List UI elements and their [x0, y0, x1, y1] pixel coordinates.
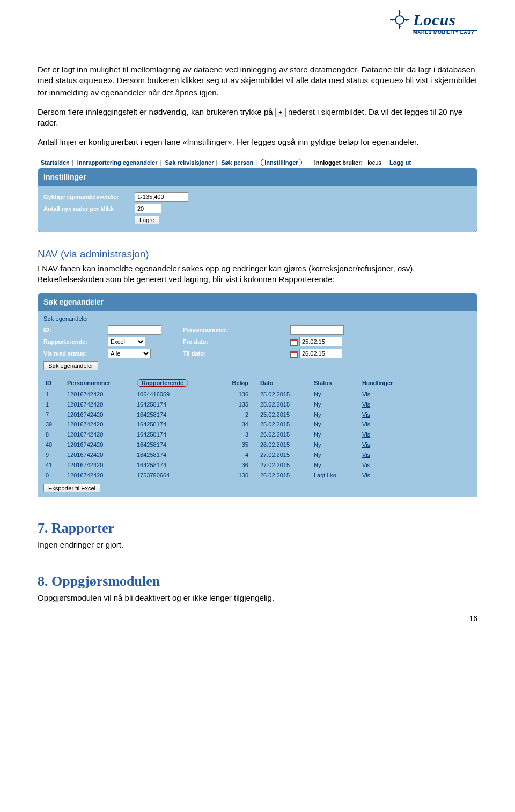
cell-belop: 136: [226, 389, 258, 399]
table-row: 812016742420164258174326.02.2015NyVis: [43, 430, 472, 440]
table-row: 012016742420175379066413526.02.2015Lagt …: [43, 470, 472, 481]
plus-icon: +: [275, 108, 286, 117]
cell-id: 0: [43, 470, 65, 481]
cell-belop: 135: [226, 470, 258, 481]
col-handlinger[interactable]: Handlinger: [360, 378, 472, 389]
cell-belop: 3: [226, 430, 258, 440]
svg-marker-7: [391, 19, 393, 21]
table-row: 41120167424201642581743627.02.2015NyVis: [43, 460, 472, 470]
vis-link[interactable]: Vis: [362, 472, 370, 478]
cell-action: Vis: [360, 440, 472, 450]
cell-id: 9: [43, 450, 65, 460]
select-vis-status[interactable]: Alle: [108, 349, 151, 358]
cell-pnr: 12016742420: [65, 470, 135, 481]
paragraph-rapporter: Ingen endringer er gjort.: [38, 540, 477, 550]
label-egenandelsverdier: Gyldige egenandelsverdier: [43, 193, 135, 201]
nav-sok-rekvisisjoner[interactable]: Søk rekvisisjoner: [165, 159, 214, 166]
sok-button[interactable]: Søk egenandeler: [43, 361, 98, 370]
cell-action: Vis: [360, 470, 472, 481]
panel-title-sok: Søk egenandeler: [38, 294, 477, 311]
table-row: 712016742420164258174225.02.2015NyVis: [43, 410, 472, 420]
lagre-button[interactable]: Lagre: [135, 216, 159, 224]
cell-pnr: 12016742420: [65, 450, 135, 460]
cell-pnr: 12016742420: [65, 400, 135, 410]
cell-id: 41: [43, 460, 65, 470]
cell-belop: 135: [226, 400, 258, 410]
cell-id: 8: [43, 430, 65, 440]
cell-dato: 27.02.2015: [258, 450, 312, 460]
col-pnr[interactable]: Personnummer: [65, 378, 135, 389]
label-antall-rader: Antall nye rader per klikk: [43, 205, 135, 213]
input-til-dato[interactable]: [299, 349, 342, 358]
logo-tagline: MAKES MOBILITY EASY: [413, 29, 477, 35]
paragraph-nav: I NAV-fanen kan innmeldte egenandeler sø…: [38, 263, 477, 285]
vis-link[interactable]: Vis: [362, 421, 370, 427]
select-rapporterende[interactable]: Excel: [108, 337, 145, 346]
paragraph-3: Antall linjer er konfigurerbart i egen f…: [38, 137, 477, 147]
cell-action: Vis: [360, 400, 472, 410]
nav-logout[interactable]: Logg ut: [389, 159, 411, 166]
heading-nav: NAV (via administrasjon): [38, 247, 477, 261]
calendar-icon[interactable]: [290, 351, 298, 358]
cell-id: 7: [43, 410, 65, 420]
input-id[interactable]: [108, 325, 161, 335]
cell-action: Vis: [360, 430, 472, 440]
nav-innstillinger[interactable]: Innstillinger: [261, 159, 301, 166]
cell-status: Ny: [312, 440, 360, 450]
cell-pnr: 12016742420: [65, 389, 135, 399]
input-antall-rader[interactable]: [135, 204, 161, 213]
cell-id: 1: [43, 389, 65, 399]
svg-marker-5: [399, 11, 401, 13]
sok-subhead: Søk egenandeler: [43, 315, 472, 323]
table-row: 112016742420106441605913625.02.2015NyVis: [43, 389, 472, 399]
cell-dato: 25.02.2015: [258, 389, 312, 399]
cell-dato: 27.02.2015: [258, 460, 312, 470]
input-fra-dato[interactable]: [299, 337, 342, 346]
screenshot-sok-egenandeler: Søk egenandeler Søk egenandeler ID: Pers…: [38, 293, 477, 497]
table-row: 40120167424201642581743526.02.2015NyVis: [43, 440, 472, 450]
eksporter-button[interactable]: Eksporter til Excel: [43, 484, 100, 492]
paragraph-2: Dersom flere innleggingsfelt er nødvendi…: [38, 107, 477, 129]
cell-pnr: 12016742420: [65, 419, 135, 430]
cell-id: 1: [43, 400, 65, 410]
cell-dato: 25.02.2015: [258, 419, 312, 430]
vis-link[interactable]: Vis: [362, 401, 370, 408]
panel-title-innstillinger: Innstillinger: [38, 169, 477, 186]
input-pnr[interactable]: [290, 325, 344, 335]
nav-bar: Startsiden| Innrapportering egenandeler|…: [38, 157, 477, 169]
page-number: 16: [469, 614, 477, 623]
table-row: 11201674242016425817413525.02.2015NyVis: [43, 400, 472, 410]
col-status[interactable]: Status: [312, 378, 360, 389]
vis-link[interactable]: Vis: [362, 452, 370, 458]
input-egenandelsverdier[interactable]: [135, 192, 188, 202]
col-id[interactable]: ID: [43, 378, 65, 389]
cell-dato: 26.02.2015: [258, 470, 312, 481]
cell-action: Vis: [360, 389, 472, 399]
paragraph-1: Det er lagt inn mulighet til mellomlagri…: [38, 64, 477, 98]
cell-status: Ny: [312, 460, 360, 470]
cell-dato: 26.02.2015: [258, 430, 312, 440]
vis-link[interactable]: Vis: [362, 441, 370, 448]
vis-link[interactable]: Vis: [362, 391, 370, 397]
nav-startsiden[interactable]: Startsiden: [41, 159, 70, 166]
nav-sok-person[interactable]: Søk person: [221, 159, 253, 166]
cell-action: Vis: [360, 450, 472, 460]
screenshot-innstillinger: Startsiden| Innrapportering egenandeler|…: [38, 157, 477, 233]
cell-status: Ny: [312, 430, 360, 440]
col-dato[interactable]: Dato: [258, 378, 312, 389]
cell-status: Ny: [312, 419, 360, 430]
col-rapporterende[interactable]: Rapporterende: [135, 378, 226, 389]
vis-link[interactable]: Vis: [362, 462, 370, 468]
vis-link[interactable]: Vis: [362, 411, 370, 418]
cell-belop: 2: [226, 410, 258, 420]
col-belop[interactable]: Beløp: [226, 378, 258, 389]
nav-innrapportering[interactable]: Innrapportering egenandeler: [77, 159, 158, 166]
calendar-icon[interactable]: [290, 339, 298, 346]
cell-rap: 1753790664: [135, 470, 226, 481]
label-til-dato: Til dato:: [183, 350, 290, 358]
vis-link[interactable]: Vis: [362, 431, 370, 438]
results-table: ID Personnummer Rapporterende Beløp Dato…: [43, 378, 472, 480]
compass-icon: [389, 10, 410, 30]
paragraph-oppgjor: Oppgjørsmodulen vil nå bli deaktivert og…: [38, 593, 477, 603]
cell-rap: 164258174: [135, 410, 226, 420]
